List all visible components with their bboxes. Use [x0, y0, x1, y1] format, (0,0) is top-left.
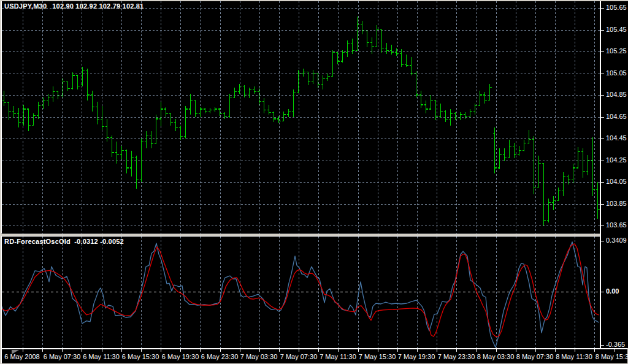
ohlc-bar — [488, 84, 492, 100]
ohlc-bar — [105, 119, 109, 142]
time-axis[interactable]: 6 May 20086 May 07:306 May 11:306 May 15… — [1, 348, 627, 363]
ohlc-bar — [71, 72, 75, 89]
ohlc-bar — [145, 131, 148, 148]
ohlc-bar — [66, 82, 70, 91]
ohlc-bar — [253, 86, 256, 94]
axis-tick-mark — [601, 345, 604, 346]
ohlc-bar — [76, 75, 80, 89]
ohlc-bar — [552, 196, 556, 210]
indicator-panel[interactable]: RD-ForecastOscOld -0.0312 -0.0052 — [1, 237, 600, 348]
ohlc-bar — [2, 91, 6, 106]
time-axis-label: 6 May 19:30 — [162, 353, 199, 360]
ohlc-bar — [115, 142, 119, 164]
ohlc-bar — [287, 109, 291, 116]
ohlc-values-label: 102.90 102.92 102.79 102.81 — [52, 2, 144, 10]
ohlc-bar — [27, 109, 31, 131]
ohlc-bar — [410, 57, 413, 75]
ohlc-bar — [498, 148, 502, 169]
time-axis-label: 8 May 11:30 — [556, 353, 592, 360]
ohlc-bar — [91, 91, 94, 112]
indicator-canvas[interactable] — [2, 237, 600, 348]
axis-tick-mark — [601, 226, 604, 226]
symbol-period-label: USDJPY,M30 — [4, 2, 47, 10]
ohlc-bar — [572, 164, 575, 183]
ohlc-bar — [405, 55, 408, 67]
ohlc-bar — [366, 31, 369, 47]
ohlc-bar — [523, 140, 526, 152]
ohlc-bar — [547, 199, 551, 222]
ohlc-bar — [22, 105, 26, 126]
ohlc-bar — [56, 91, 60, 99]
ohlc-bar — [513, 143, 516, 158]
time-axis-label: 6 May 15:30 — [122, 353, 159, 360]
ohlc-bar — [228, 94, 232, 118]
ohlc-bar — [380, 30, 384, 53]
ohlc-bar — [204, 108, 207, 113]
ohlc-bar — [316, 74, 320, 89]
osc-axis-label: 0.00 — [606, 287, 619, 295]
price-axis[interactable]: 105.65105.45105.25105.05104.85104.65104.… — [600, 1, 628, 348]
ohlc-bar — [459, 112, 462, 119]
time-axis-label: 7 May 15:30 — [359, 353, 396, 360]
price-axis-label: 103.65 — [606, 221, 627, 229]
time-axis-label: 7 May 03:30 — [240, 353, 278, 360]
ohlc-bar — [567, 175, 570, 184]
ohlc-bar — [542, 164, 546, 226]
ohlc-bar — [17, 108, 21, 127]
ohlc-bar — [591, 137, 595, 196]
axis-tick-mark — [601, 204, 604, 205]
ohlc-bar — [262, 98, 266, 113]
ohlc-bar — [164, 107, 168, 117]
ohlc-bar — [302, 69, 305, 76]
ohlc-bar — [61, 78, 65, 97]
ohlc-bar — [346, 40, 350, 57]
ohlc-bar — [140, 138, 144, 182]
axis-tick-mark — [601, 292, 604, 292]
axis-tick-mark — [601, 241, 604, 241]
chart-title: USDJPY,M30102.90 102.92 102.79 102.81 — [4, 2, 144, 10]
ohlc-bar — [434, 100, 438, 120]
ohlc-bar — [194, 100, 197, 117]
ohlc-bar — [238, 84, 242, 94]
ohlc-bar — [483, 92, 487, 104]
indicator-values-label: -0.0312 -0.0052 — [74, 238, 124, 245]
ohlc-bar — [101, 106, 104, 130]
axis-tick-mark — [601, 8, 604, 9]
time-axis-label: 8 May 03:30 — [477, 353, 515, 360]
price-axis-label: 105.65 — [606, 4, 627, 11]
ohlc-bar — [518, 146, 521, 156]
ohlc-bar — [419, 91, 423, 108]
axis-tick-mark — [601, 161, 604, 161]
ohlc-bar — [478, 91, 482, 106]
ohlc-bar — [444, 110, 448, 123]
ohlc-bar — [581, 148, 585, 178]
axis-tick-mark — [601, 74, 604, 74]
price-chart-panel[interactable]: USDJPY,M30102.90 102.92 102.79 102.81 — [1, 1, 600, 233]
price-chart-canvas[interactable] — [2, 1, 600, 233]
ohlc-bar — [596, 182, 600, 219]
time-axis-label: 6 May 11:30 — [83, 353, 120, 360]
time-axis-label: 7 May 07:30 — [280, 353, 318, 360]
axis-tick-mark — [601, 30, 604, 31]
axis-tick-mark — [601, 138, 604, 139]
ohlc-bar — [213, 107, 217, 113]
ohlc-bar — [390, 45, 394, 55]
ohlc-bar — [586, 155, 590, 176]
time-axis-label: 7 May 11:30 — [320, 353, 356, 360]
ohlc-bar — [424, 100, 428, 113]
price-axis-label: 104.45 — [606, 134, 627, 142]
ohlc-bar — [292, 89, 296, 116]
mt4-chart-window: USDJPY,M30102.90 102.92 102.79 102.81 RD… — [0, 0, 628, 364]
ohlc-bar — [125, 150, 129, 173]
ohlc-bar — [297, 70, 301, 93]
ohlc-bar — [326, 74, 330, 81]
ohlc-bar — [86, 69, 90, 100]
ohlc-bar — [12, 106, 16, 118]
ohlc-bar — [361, 21, 364, 34]
ohlc-bar — [199, 107, 202, 117]
ohlc-bar — [503, 148, 507, 161]
price-axis-label: 104.05 — [606, 178, 627, 185]
price-axis-label: 104.65 — [606, 113, 627, 120]
ohlc-bar — [557, 188, 561, 200]
ohlc-bar — [81, 67, 85, 86]
